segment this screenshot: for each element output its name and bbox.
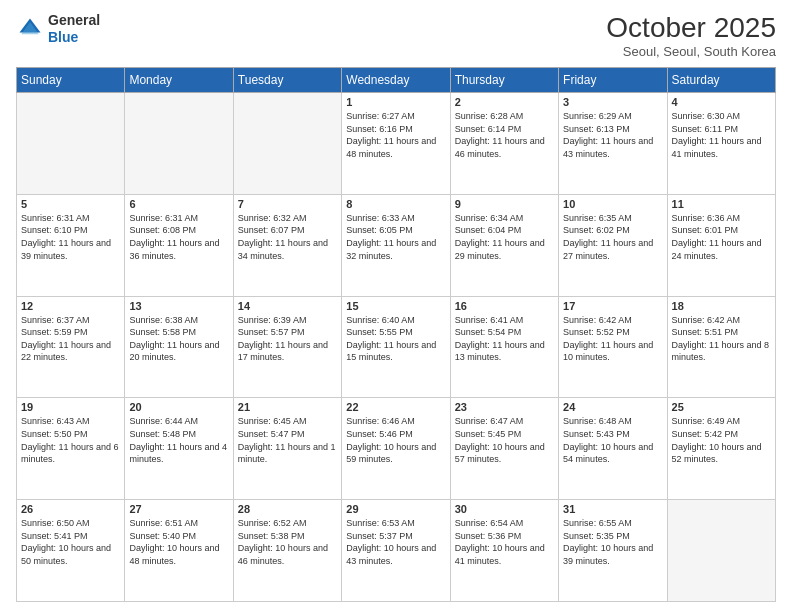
day-info: Sunrise: 6:40 AM Sunset: 5:55 PM Dayligh…	[346, 314, 445, 364]
day-info: Sunrise: 6:53 AM Sunset: 5:37 PM Dayligh…	[346, 517, 445, 567]
day-info: Sunrise: 6:55 AM Sunset: 5:35 PM Dayligh…	[563, 517, 662, 567]
day-number: 23	[455, 401, 554, 413]
col-friday: Friday	[559, 68, 667, 93]
col-sunday: Sunday	[17, 68, 125, 93]
day-info: Sunrise: 6:43 AM Sunset: 5:50 PM Dayligh…	[21, 415, 120, 465]
calendar-cell	[17, 93, 125, 195]
calendar-cell: 5Sunrise: 6:31 AM Sunset: 6:10 PM Daylig…	[17, 194, 125, 296]
calendar-week-2: 5Sunrise: 6:31 AM Sunset: 6:10 PM Daylig…	[17, 194, 776, 296]
day-info: Sunrise: 6:54 AM Sunset: 5:36 PM Dayligh…	[455, 517, 554, 567]
day-info: Sunrise: 6:31 AM Sunset: 6:08 PM Dayligh…	[129, 212, 228, 262]
day-number: 17	[563, 300, 662, 312]
day-info: Sunrise: 6:33 AM Sunset: 6:05 PM Dayligh…	[346, 212, 445, 262]
calendar-week-5: 26Sunrise: 6:50 AM Sunset: 5:41 PM Dayli…	[17, 500, 776, 602]
calendar-cell: 1Sunrise: 6:27 AM Sunset: 6:16 PM Daylig…	[342, 93, 450, 195]
day-number: 20	[129, 401, 228, 413]
day-info: Sunrise: 6:42 AM Sunset: 5:52 PM Dayligh…	[563, 314, 662, 364]
logo-icon	[16, 15, 44, 43]
day-number: 3	[563, 96, 662, 108]
calendar-cell: 18Sunrise: 6:42 AM Sunset: 5:51 PM Dayli…	[667, 296, 775, 398]
calendar-cell: 8Sunrise: 6:33 AM Sunset: 6:05 PM Daylig…	[342, 194, 450, 296]
day-number: 9	[455, 198, 554, 210]
calendar-cell: 9Sunrise: 6:34 AM Sunset: 6:04 PM Daylig…	[450, 194, 558, 296]
day-info: Sunrise: 6:48 AM Sunset: 5:43 PM Dayligh…	[563, 415, 662, 465]
day-info: Sunrise: 6:27 AM Sunset: 6:16 PM Dayligh…	[346, 110, 445, 160]
day-number: 15	[346, 300, 445, 312]
day-number: 5	[21, 198, 120, 210]
calendar-cell	[125, 93, 233, 195]
day-info: Sunrise: 6:38 AM Sunset: 5:58 PM Dayligh…	[129, 314, 228, 364]
day-number: 6	[129, 198, 228, 210]
logo-text: General Blue	[48, 12, 100, 46]
day-info: Sunrise: 6:52 AM Sunset: 5:38 PM Dayligh…	[238, 517, 337, 567]
calendar-cell: 17Sunrise: 6:42 AM Sunset: 5:52 PM Dayli…	[559, 296, 667, 398]
calendar-cell: 23Sunrise: 6:47 AM Sunset: 5:45 PM Dayli…	[450, 398, 558, 500]
calendar-cell: 15Sunrise: 6:40 AM Sunset: 5:55 PM Dayli…	[342, 296, 450, 398]
day-info: Sunrise: 6:44 AM Sunset: 5:48 PM Dayligh…	[129, 415, 228, 465]
day-info: Sunrise: 6:47 AM Sunset: 5:45 PM Dayligh…	[455, 415, 554, 465]
day-number: 13	[129, 300, 228, 312]
calendar-cell: 30Sunrise: 6:54 AM Sunset: 5:36 PM Dayli…	[450, 500, 558, 602]
calendar-cell: 14Sunrise: 6:39 AM Sunset: 5:57 PM Dayli…	[233, 296, 341, 398]
calendar-cell: 22Sunrise: 6:46 AM Sunset: 5:46 PM Dayli…	[342, 398, 450, 500]
logo-blue: Blue	[48, 29, 78, 45]
day-number: 21	[238, 401, 337, 413]
calendar-cell: 10Sunrise: 6:35 AM Sunset: 6:02 PM Dayli…	[559, 194, 667, 296]
calendar-cell: 24Sunrise: 6:48 AM Sunset: 5:43 PM Dayli…	[559, 398, 667, 500]
day-info: Sunrise: 6:29 AM Sunset: 6:13 PM Dayligh…	[563, 110, 662, 160]
calendar-cell: 31Sunrise: 6:55 AM Sunset: 5:35 PM Dayli…	[559, 500, 667, 602]
calendar-cell: 12Sunrise: 6:37 AM Sunset: 5:59 PM Dayli…	[17, 296, 125, 398]
page: General Blue October 2025 Seoul, Seoul, …	[0, 0, 792, 612]
day-number: 18	[672, 300, 771, 312]
calendar-cell: 3Sunrise: 6:29 AM Sunset: 6:13 PM Daylig…	[559, 93, 667, 195]
calendar-cell: 13Sunrise: 6:38 AM Sunset: 5:58 PM Dayli…	[125, 296, 233, 398]
calendar-cell: 28Sunrise: 6:52 AM Sunset: 5:38 PM Dayli…	[233, 500, 341, 602]
calendar-week-4: 19Sunrise: 6:43 AM Sunset: 5:50 PM Dayli…	[17, 398, 776, 500]
day-number: 26	[21, 503, 120, 515]
day-number: 11	[672, 198, 771, 210]
day-number: 1	[346, 96, 445, 108]
day-info: Sunrise: 6:37 AM Sunset: 5:59 PM Dayligh…	[21, 314, 120, 364]
col-saturday: Saturday	[667, 68, 775, 93]
location-subtitle: Seoul, Seoul, South Korea	[606, 44, 776, 59]
day-number: 22	[346, 401, 445, 413]
calendar-cell: 6Sunrise: 6:31 AM Sunset: 6:08 PM Daylig…	[125, 194, 233, 296]
day-info: Sunrise: 6:35 AM Sunset: 6:02 PM Dayligh…	[563, 212, 662, 262]
col-thursday: Thursday	[450, 68, 558, 93]
calendar-cell: 29Sunrise: 6:53 AM Sunset: 5:37 PM Dayli…	[342, 500, 450, 602]
day-info: Sunrise: 6:36 AM Sunset: 6:01 PM Dayligh…	[672, 212, 771, 262]
day-info: Sunrise: 6:51 AM Sunset: 5:40 PM Dayligh…	[129, 517, 228, 567]
day-number: 29	[346, 503, 445, 515]
calendar-cell	[233, 93, 341, 195]
day-number: 10	[563, 198, 662, 210]
month-title: October 2025	[606, 12, 776, 44]
col-tuesday: Tuesday	[233, 68, 341, 93]
day-number: 7	[238, 198, 337, 210]
calendar-cell: 11Sunrise: 6:36 AM Sunset: 6:01 PM Dayli…	[667, 194, 775, 296]
day-number: 27	[129, 503, 228, 515]
day-number: 14	[238, 300, 337, 312]
day-number: 25	[672, 401, 771, 413]
day-info: Sunrise: 6:41 AM Sunset: 5:54 PM Dayligh…	[455, 314, 554, 364]
calendar-cell: 25Sunrise: 6:49 AM Sunset: 5:42 PM Dayli…	[667, 398, 775, 500]
day-number: 16	[455, 300, 554, 312]
col-wednesday: Wednesday	[342, 68, 450, 93]
day-info: Sunrise: 6:50 AM Sunset: 5:41 PM Dayligh…	[21, 517, 120, 567]
day-info: Sunrise: 6:31 AM Sunset: 6:10 PM Dayligh…	[21, 212, 120, 262]
day-number: 24	[563, 401, 662, 413]
day-number: 4	[672, 96, 771, 108]
calendar-cell: 26Sunrise: 6:50 AM Sunset: 5:41 PM Dayli…	[17, 500, 125, 602]
day-number: 2	[455, 96, 554, 108]
day-info: Sunrise: 6:30 AM Sunset: 6:11 PM Dayligh…	[672, 110, 771, 160]
day-number: 12	[21, 300, 120, 312]
day-info: Sunrise: 6:34 AM Sunset: 6:04 PM Dayligh…	[455, 212, 554, 262]
day-number: 19	[21, 401, 120, 413]
day-number: 28	[238, 503, 337, 515]
day-info: Sunrise: 6:42 AM Sunset: 5:51 PM Dayligh…	[672, 314, 771, 364]
calendar-cell: 19Sunrise: 6:43 AM Sunset: 5:50 PM Dayli…	[17, 398, 125, 500]
calendar-cell: 16Sunrise: 6:41 AM Sunset: 5:54 PM Dayli…	[450, 296, 558, 398]
day-info: Sunrise: 6:49 AM Sunset: 5:42 PM Dayligh…	[672, 415, 771, 465]
calendar-week-3: 12Sunrise: 6:37 AM Sunset: 5:59 PM Dayli…	[17, 296, 776, 398]
day-info: Sunrise: 6:28 AM Sunset: 6:14 PM Dayligh…	[455, 110, 554, 160]
day-info: Sunrise: 6:39 AM Sunset: 5:57 PM Dayligh…	[238, 314, 337, 364]
